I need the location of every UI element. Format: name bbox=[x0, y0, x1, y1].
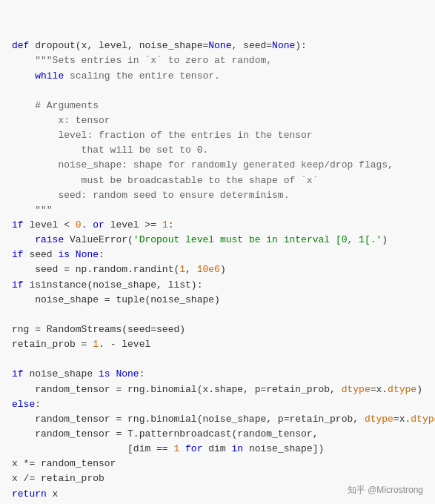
code-line bbox=[12, 84, 423, 99]
code-line: retain_prob = 1. - level bbox=[12, 337, 423, 352]
code-line: random_tensor = T.patternbroadcast(rando… bbox=[12, 427, 423, 442]
code-line: seed: random seed to ensure determinism. bbox=[12, 188, 423, 203]
code-line: [dim == 1 for dim in noise_shape]) bbox=[12, 442, 423, 457]
code-line: if isinstance(noise_shape, list): bbox=[12, 278, 423, 293]
code-line: rng = RandomStreams(seed=seed) bbox=[12, 322, 423, 337]
code-line: def dropout(x, level, noise_shape=None, … bbox=[12, 39, 423, 53]
code-line: seed = np.random.randint(1, 10e6) bbox=[12, 262, 423, 277]
code-line: x: tensor bbox=[12, 113, 423, 128]
watermark: 知乎 @Microstrong bbox=[348, 484, 423, 497]
code-line: noise_shape = tuple(noise_shape) bbox=[12, 293, 423, 308]
code-line: if seed is None: bbox=[12, 248, 423, 262]
code-line: if level < 0. or level >= 1: bbox=[12, 218, 423, 233]
code-line: """Sets entries in `x` to zero at random… bbox=[12, 53, 423, 68]
code-line: if noise_shape is None: bbox=[12, 367, 423, 382]
code-line: that will be set to 0. bbox=[12, 143, 423, 158]
code-line: noise_shape: shape for randomly generate… bbox=[12, 158, 423, 173]
code-line bbox=[12, 352, 423, 367]
code-line: """ bbox=[12, 203, 423, 218]
code-line: raise ValueError('Dropout level must be … bbox=[12, 233, 423, 248]
code-line: random_tensor = rng.binomial(noise_shape… bbox=[12, 412, 423, 427]
code-line: while scaling the entire tensor. bbox=[12, 69, 423, 84]
code-line: x *= random_tensor bbox=[12, 457, 423, 471]
code-line: else: bbox=[12, 397, 423, 412]
code-line: random_tensor = rng.binomial(x.shape, p=… bbox=[12, 382, 423, 397]
code-line: must be broadcastable to the shape of `x… bbox=[12, 173, 423, 188]
code-line: level: fraction of the entries in the te… bbox=[12, 128, 423, 143]
code-line: # Arguments bbox=[12, 99, 423, 113]
code-line bbox=[12, 308, 423, 322]
code-container: def dropout(x, level, noise_shape=None, … bbox=[0, 0, 435, 504]
code-block: def dropout(x, level, noise_shape=None, … bbox=[0, 9, 435, 502]
